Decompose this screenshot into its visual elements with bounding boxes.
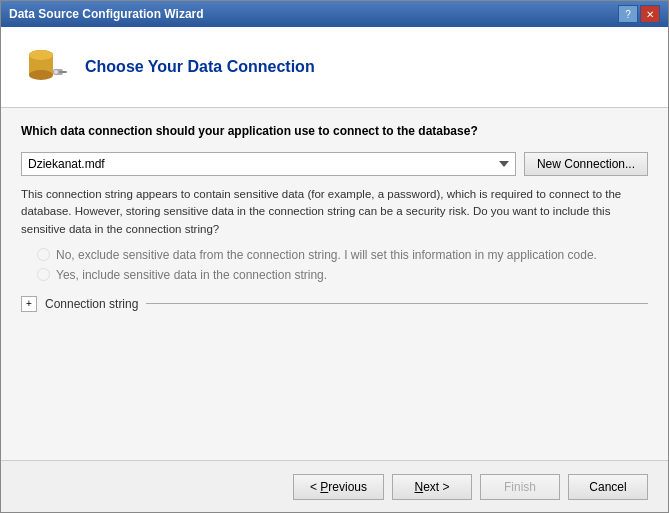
- content-area: Which data connection should your applic…: [1, 108, 668, 460]
- finish-button[interactable]: Finish: [480, 474, 560, 500]
- connection-string-label: Connection string: [45, 297, 138, 311]
- expand-button[interactable]: +: [21, 296, 37, 312]
- radio-yes-label: Yes, include sensitive data in the conne…: [56, 268, 327, 282]
- radio-no-label: No, exclude sensitive data from the conn…: [56, 248, 597, 262]
- connection-row: Dziekanat.mdf New Connection...: [21, 152, 648, 176]
- connection-string-line: [146, 303, 648, 304]
- svg-point-3: [29, 50, 53, 60]
- title-bar: Data Source Configuration Wizard ? ✕: [1, 1, 668, 27]
- question-label: Which data connection should your applic…: [21, 124, 648, 138]
- header-section: Choose Your Data Connection: [1, 27, 668, 108]
- database-icon: [21, 43, 69, 91]
- svg-point-2: [29, 70, 53, 80]
- window-controls: ? ✕: [618, 5, 660, 23]
- window-title: Data Source Configuration Wizard: [9, 7, 204, 21]
- spacer: [21, 322, 648, 444]
- radio-no-item[interactable]: No, exclude sensitive data from the conn…: [37, 248, 648, 262]
- new-connection-button[interactable]: New Connection...: [524, 152, 648, 176]
- close-button[interactable]: ✕: [640, 5, 660, 23]
- radio-yes[interactable]: [37, 268, 50, 281]
- previous-button[interactable]: < Previous: [293, 474, 384, 500]
- wizard-window: Data Source Configuration Wizard ? ✕ Cho…: [0, 0, 669, 513]
- footer: < Previous Next > Finish Cancel: [1, 460, 668, 512]
- radio-group: No, exclude sensitive data from the conn…: [21, 248, 648, 282]
- radio-no[interactable]: [37, 248, 50, 261]
- svg-rect-5: [59, 71, 67, 73]
- svg-point-6: [54, 70, 58, 74]
- radio-yes-item[interactable]: Yes, include sensitive data in the conne…: [37, 268, 648, 282]
- description-text: This connection string appears to contai…: [21, 186, 648, 238]
- header-title: Choose Your Data Connection: [85, 58, 315, 76]
- cancel-button[interactable]: Cancel: [568, 474, 648, 500]
- connection-string-section: + Connection string: [21, 296, 648, 312]
- connection-select[interactable]: Dziekanat.mdf: [21, 152, 516, 176]
- help-button[interactable]: ?: [618, 5, 638, 23]
- next-button[interactable]: Next >: [392, 474, 472, 500]
